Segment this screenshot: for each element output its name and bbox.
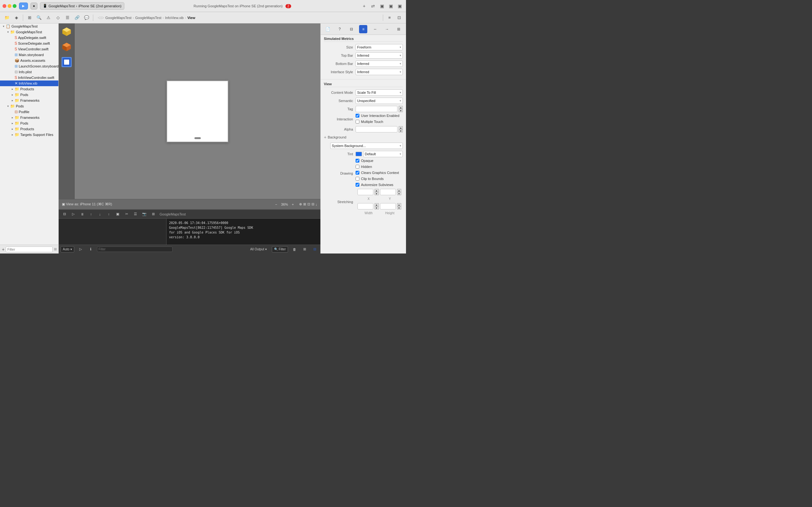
console-camera[interactable]: 📷 (141, 211, 148, 218)
tree-item-infoplist[interactable]: ⊟ Info.plist (0, 69, 58, 75)
add-tab-button[interactable]: + (360, 2, 368, 10)
tree-arrow-frameworks-pods[interactable] (10, 116, 14, 119)
stretch-w-dn[interactable]: ▼ (374, 206, 379, 210)
console-info-btn[interactable]: ℹ (87, 246, 95, 253)
trash-button[interactable]: 🗑 (291, 246, 298, 253)
size-select[interactable]: Freeform ▾ (356, 44, 403, 50)
grid-tool[interactable]: ⊞ (25, 13, 34, 22)
stretch-h-input[interactable]: 1 (380, 203, 396, 210)
tree-item-infoviewxib[interactable]: ✕ InfoView.xib (0, 80, 58, 86)
bottombar-select[interactable]: Inferred ▾ (356, 60, 403, 67)
attributes-inspector-btn[interactable]: ≡ (359, 25, 367, 33)
stretch-y-input[interactable]: 0 (380, 189, 396, 195)
sidebar-filter-input[interactable] (6, 246, 53, 252)
split-console-btn[interactable]: ⊞ (301, 246, 308, 253)
minimize-button[interactable] (8, 4, 11, 8)
background-select[interactable]: System Background... ▾ (330, 143, 403, 149)
orange-cube-item[interactable] (61, 41, 72, 53)
split-console-btn2[interactable]: ⊟ (311, 246, 318, 253)
tree-arrow-products[interactable] (10, 88, 14, 91)
bread-item-1[interactable]: GoogleMapsTest (135, 16, 161, 20)
identity-inspector-btn[interactable]: ⊟ (347, 25, 356, 33)
stretch-x-dn[interactable]: ▼ (374, 192, 379, 195)
tree-item-launchscreen[interactable]: ⊞ LaunchScreen.storyboard (0, 63, 58, 69)
tree-arrow-products-pods[interactable] (10, 127, 14, 130)
view-as-selector[interactable]: ▣ View as: iPhone 11 (⌘C ⌘R) (62, 202, 112, 206)
multiple-touch-checkbox[interactable] (356, 120, 359, 124)
console-right-filter[interactable]: 🔍 Filter (272, 246, 288, 252)
tint-select[interactable]: Default ▾ (363, 151, 403, 157)
list-tool[interactable]: ☰ (63, 13, 72, 22)
alpha-stepper-up[interactable]: ▲ (399, 126, 403, 129)
clip-to-bounds-checkbox[interactable] (356, 177, 359, 181)
back-forward-button[interactable]: ⇄ (369, 2, 377, 10)
connections-inspector-btn[interactable]: → (383, 25, 391, 33)
console-play-btn[interactable]: ▷ (77, 246, 84, 253)
tree-item-pods-inner[interactable]: 📁 Pods (0, 120, 58, 126)
tree-arrow-pods-inner[interactable] (10, 122, 14, 125)
search-tool[interactable]: 🔍 (35, 13, 44, 22)
alpha-stepper[interactable]: ▲ ▼ (399, 126, 403, 132)
tint-color-swatch[interactable] (356, 152, 362, 156)
hidden-checkbox[interactable] (356, 165, 359, 169)
tree-arrow-frameworks[interactable] (10, 99, 14, 102)
console-arrow[interactable]: ▷ (69, 211, 77, 218)
tag-stepper-down[interactable]: ▼ (399, 109, 403, 112)
binding-inspector-btn[interactable]: ⊞ (395, 25, 403, 33)
tree-arrow-group[interactable] (6, 31, 10, 34)
console-toggle[interactable]: ⊟ (61, 211, 68, 218)
stretch-h-dn[interactable]: ▼ (397, 206, 401, 210)
layout-tool[interactable]: ⊡ (395, 13, 403, 22)
bread-item-2[interactable]: InfoView.xib (165, 16, 184, 20)
tree-arrow-pods-outer[interactable] (6, 105, 10, 108)
tree-item-frameworks-pods[interactable]: 📁 Frameworks (0, 115, 58, 120)
bread-arrow-back[interactable]: ◁ (98, 15, 100, 20)
tree-item-group[interactable]: 📁 GoogleMapsTest (0, 29, 58, 35)
tree-arrow-pods-group[interactable] (10, 93, 14, 96)
console-share[interactable]: ✂ (123, 211, 131, 218)
tree-item-podfile[interactable]: ⊟ Podfile (0, 109, 58, 115)
semantic-select[interactable]: Unspecified ▾ (356, 98, 403, 104)
split-view-button3[interactable]: ▣ (396, 2, 403, 10)
tree-arrow-targets[interactable] (10, 133, 14, 136)
bread-item-3[interactable]: View (188, 16, 195, 20)
autoresize-checkbox[interactable] (356, 183, 359, 187)
user-interaction-checkbox[interactable] (356, 114, 359, 118)
clears-graphics-checkbox[interactable] (356, 171, 359, 175)
error-badge[interactable]: 2 (286, 4, 291, 8)
stretch-w-stepper[interactable]: ▲ ▼ (374, 203, 379, 210)
canvas-tool1[interactable]: ⊕ (299, 202, 302, 206)
tag-stepper[interactable]: ▲ ▼ (399, 106, 403, 112)
tree-item-scenedelegate[interactable]: S SceneDelegate.swift (0, 41, 58, 46)
auto-label[interactable]: Auto ▾ (61, 246, 74, 252)
bread-arrow-fwd[interactable]: ▷ (101, 15, 104, 20)
tree-item-appdelegate[interactable]: S AppDelegate.swift (0, 35, 58, 41)
output-selector[interactable]: All Output ▾ (250, 247, 267, 251)
warning-tool[interactable]: ⚠ (44, 13, 53, 22)
view-frame[interactable] (166, 80, 229, 142)
tree-item-viewcontroller[interactable]: S ViewController.swift (0, 46, 58, 52)
tag-stepper-up[interactable]: ▲ (399, 106, 403, 109)
alpha-stepper-down[interactable]: ▼ (399, 129, 403, 132)
console-pause[interactable]: ⏸ (78, 211, 86, 218)
topbar-select[interactable]: Inferred ▾ (356, 52, 403, 59)
add-filter-button[interactable]: + (2, 247, 4, 252)
console-breakpoint[interactable]: ▣ (114, 211, 121, 218)
stretch-y-up[interactable]: ▲ (397, 189, 401, 192)
background-plus[interactable]: + (324, 135, 326, 140)
inspector-toggle[interactable]: ≡ (385, 13, 394, 22)
size-inspector-btn[interactable]: ↔ (371, 25, 379, 33)
tree-item-pods-group[interactable]: 📁 Pods (0, 92, 58, 98)
tree-item-products[interactable]: 📁 Products (0, 86, 58, 92)
scheme-selector[interactable]: 📱 GoogleMapsTest › iPhone SE (2nd genera… (40, 2, 124, 10)
link-tool[interactable]: 🔗 (72, 13, 82, 22)
tree-item-products-pods[interactable]: 📁 Products (0, 126, 58, 132)
console-step-in[interactable]: ↓ (96, 211, 104, 218)
tree-item-mainstoryboard[interactable]: ⊞ Main.storyboard (0, 52, 58, 58)
canvas-tool3[interactable]: ⊡ (307, 202, 310, 206)
canvas-area[interactable] (74, 23, 320, 199)
split-view-button2[interactable]: ▣ (387, 2, 395, 10)
bookmark-tool[interactable]: ◈ (12, 13, 21, 22)
alpha-input[interactable]: 1 (356, 126, 397, 132)
file-inspector-btn[interactable]: 📄 (324, 25, 332, 33)
